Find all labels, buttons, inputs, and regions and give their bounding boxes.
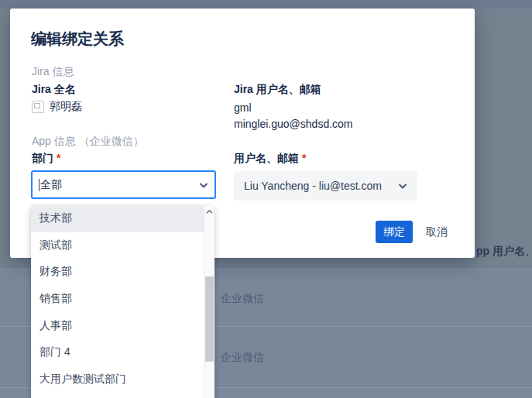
required-mark: * bbox=[57, 152, 60, 164]
table-header-app-username: pp 用户名、 bbox=[476, 245, 532, 259]
image-placeholder-icon bbox=[34, 103, 40, 108]
scrollbar-thumb[interactable] bbox=[205, 276, 214, 362]
dialog-title: 编辑绑定关系 bbox=[31, 29, 124, 50]
background-top-band bbox=[0, 0, 532, 9]
dropdown-option[interactable]: 人事部 bbox=[31, 312, 204, 339]
jira-user-email-label: Jira 用户名、邮箱 bbox=[234, 83, 321, 97]
cancel-button[interactable]: 取消 bbox=[419, 221, 455, 243]
dropdown-option[interactable]: 财务部 bbox=[31, 259, 204, 286]
department-dropdown-list: 技术部测试部财务部销售部人事部部门 4大用户数测试部门部门 5 bbox=[31, 205, 204, 398]
app-section-label: App 信息 （企业微信） bbox=[32, 135, 144, 149]
jira-fullname-label: Jira 全名 bbox=[32, 83, 76, 97]
jira-username-value: gml bbox=[234, 101, 252, 114]
chevron-down-icon bbox=[199, 180, 208, 190]
dropdown-scrollbar[interactable] bbox=[204, 205, 215, 398]
table-cell-app-type: 企业微信 bbox=[221, 292, 264, 306]
jira-section-label: Jira 信息 bbox=[32, 65, 74, 79]
dropdown-option[interactable]: 技术部 bbox=[31, 205, 204, 232]
dropdown-option[interactable]: 测试部 bbox=[31, 232, 204, 259]
dropdown-option[interactable]: 销售部 bbox=[31, 286, 204, 313]
department-combobox-value: 全部 bbox=[40, 178, 199, 192]
avatar-icon bbox=[32, 101, 44, 113]
department-combobox[interactable]: 全部 bbox=[31, 170, 216, 199]
jira-fullname-value-row: 郭明磊 bbox=[32, 100, 82, 114]
user-select-value: Liu Yancheng - liu@test.com bbox=[244, 180, 398, 192]
department-dropdown: 技术部测试部财务部销售部人事部部门 4大用户数测试部门部门 5 bbox=[31, 205, 215, 398]
jira-email-value: minglei.guo@shdsd.com bbox=[234, 118, 353, 130]
jira-fullname-value: 郭明磊 bbox=[50, 100, 82, 114]
user-email-label: 用户名、邮箱* bbox=[234, 152, 306, 166]
department-label: 部门* bbox=[32, 152, 60, 166]
bind-button[interactable]: 绑定 bbox=[376, 221, 413, 243]
required-mark: * bbox=[302, 152, 306, 164]
user-select[interactable]: Liu Yancheng - liu@test.com bbox=[234, 171, 417, 201]
scrollbar-up-button[interactable] bbox=[204, 205, 215, 218]
text-cursor bbox=[39, 179, 39, 191]
dropdown-option[interactable]: 部门 4 bbox=[31, 339, 204, 366]
chevron-down-icon bbox=[398, 181, 407, 190]
dropdown-option[interactable]: 大用户数测试部门 bbox=[31, 366, 204, 393]
chevron-up-icon bbox=[206, 208, 213, 215]
table-cell-app-type: 企业微信 bbox=[221, 351, 264, 365]
dropdown-option[interactable]: 部门 5 bbox=[31, 393, 204, 398]
